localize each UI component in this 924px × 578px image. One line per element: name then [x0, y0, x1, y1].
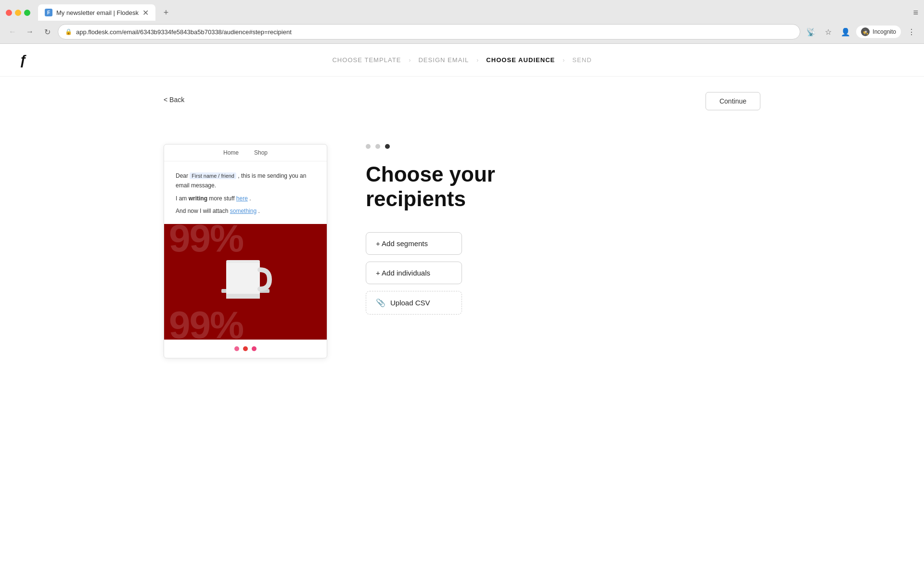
tab-title: My newsletter email | Flodesk [56, 9, 139, 16]
profile-icon[interactable]: 👤 [839, 25, 852, 39]
more-tabs-icon[interactable]: ≡ [913, 8, 918, 18]
carousel-dots [366, 144, 760, 149]
email-hero-section: 99% [164, 224, 327, 340]
add-individuals-button[interactable]: + Add individuals [366, 262, 462, 284]
browser-toolbar: ← → ↻ 🔒 app.flodesk.com/email/6343b9334f… [0, 21, 924, 43]
add-individuals-label: + Add individuals [376, 269, 430, 277]
more-options-icon[interactable]: ⋮ [905, 25, 918, 39]
new-tab-button[interactable]: + [159, 6, 173, 19]
browser-window-controls [6, 10, 30, 16]
footer-dot-1 [234, 346, 239, 351]
something-link[interactable]: something [230, 208, 257, 214]
maximize-dot[interactable] [24, 10, 30, 16]
app-nav: CHOOSE TEMPLATE › DESIGN EMAIL › CHOOSE … [328, 54, 595, 66]
app-header: ƒ CHOOSE TEMPLATE › DESIGN EMAIL › CHOOS… [0, 44, 924, 77]
browser-tab[interactable]: F My newsletter email | Flodesk ✕ [38, 4, 155, 21]
period2: . [258, 208, 259, 214]
browser-chrome: F My newsletter email | Flodesk ✕ + ≡ ← … [0, 0, 924, 44]
tab-favicon: F [45, 9, 52, 16]
nav-step-send[interactable]: SEND [568, 54, 595, 66]
paperclip-icon: 📎 [376, 298, 385, 307]
writing-bold: writing [189, 195, 207, 202]
continue-button[interactable]: Continue [706, 92, 760, 110]
page-content: < Back Continue Home Shop Dear First nam… [125, 77, 799, 387]
bookmark-icon[interactable]: ☆ [821, 25, 835, 39]
back-button[interactable]: < Back [164, 96, 184, 104]
recipients-title: Choose your recipients [366, 162, 760, 211]
nav-chevron-2: › [476, 57, 478, 64]
period1: . [249, 195, 251, 202]
lock-icon: 🔒 [65, 28, 72, 35]
add-segments-label: + Add segments [376, 239, 428, 248]
footer-dot-3 [252, 346, 257, 351]
svg-rect-1 [226, 260, 260, 299]
email-salutation-line: Dear First name / friend , this is me se… [176, 171, 315, 191]
email-body: Dear First name / friend , this is me se… [164, 161, 327, 224]
nav-chevron-1: › [409, 57, 411, 64]
email-preview: Home Shop Dear First name / friend , thi… [164, 144, 327, 358]
forward-button[interactable]: → [23, 25, 37, 39]
mug-image [217, 250, 274, 313]
incognito-icon: 🕵 [861, 27, 870, 36]
carousel-dot-2 [385, 144, 390, 149]
footer-dot-2 [243, 346, 248, 351]
morestuff-text: more stuff [209, 195, 236, 202]
app: ƒ CHOOSE TEMPLATE › DESIGN EMAIL › CHOOS… [0, 44, 924, 578]
upload-csv-label: Upload CSV [390, 299, 430, 307]
first-name-highlight: First name / friend [190, 172, 236, 179]
title-line2: recipients [366, 187, 466, 210]
nav-step-choose-audience[interactable]: CHOOSE AUDIENCE [482, 54, 559, 66]
nav-step-choose-template[interactable]: CHOOSE TEMPLATE [328, 54, 405, 66]
email-footer-dots [164, 340, 327, 358]
nav-step-design-email[interactable]: DESIGN EMAIL [414, 54, 473, 66]
close-dot[interactable] [6, 10, 12, 16]
add-segments-button[interactable]: + Add segments [366, 232, 462, 255]
carousel-dot-0 [366, 144, 371, 149]
upload-csv-button[interactable]: 📎 Upload CSV [366, 291, 462, 315]
svg-rect-2 [226, 294, 260, 299]
reload-button[interactable]: ↻ [40, 25, 54, 39]
here-link[interactable]: here [236, 195, 248, 202]
incognito-button[interactable]: 🕵 Incognito [856, 26, 901, 38]
email-preview-container: Home Shop Dear First name / friend , thi… [164, 144, 327, 358]
recipients-section: Choose your recipients + Add segments + … [366, 105, 760, 321]
email-line3: And now I will attach something . [176, 206, 315, 216]
nav-chevron-3: › [563, 57, 565, 64]
back-button[interactable]: ← [6, 25, 19, 39]
incognito-label: Incognito [873, 28, 896, 35]
email-nav-shop: Shop [254, 149, 268, 156]
address-bar[interactable]: 🔒 app.flodesk.com/email/6343b9334fe5843b… [58, 24, 800, 39]
minimize-dot[interactable] [15, 10, 21, 16]
email-nav-home: Home [223, 149, 239, 156]
carousel-dot-1 [375, 144, 380, 149]
address-text: app.flodesk.com/email/6343b9334fe5843ba5… [76, 28, 793, 36]
svg-rect-3 [226, 260, 260, 263]
email-nav-bar: Home Shop [164, 144, 327, 161]
email-line2: I am writing more stuff here . [176, 194, 315, 203]
browser-action-buttons: 📡 ☆ 👤 🕵 Incognito ⋮ [804, 25, 918, 39]
attach-text: And now I will attach [176, 208, 230, 214]
tab-close-button[interactable]: ✕ [142, 8, 149, 17]
cast-icon[interactable]: 📡 [804, 25, 818, 39]
app-logo: ƒ [19, 53, 27, 68]
iam-text: I am [176, 195, 189, 202]
title-line1: Choose your [366, 162, 495, 186]
dear-text: Dear [176, 172, 190, 179]
mug-svg [217, 250, 274, 318]
